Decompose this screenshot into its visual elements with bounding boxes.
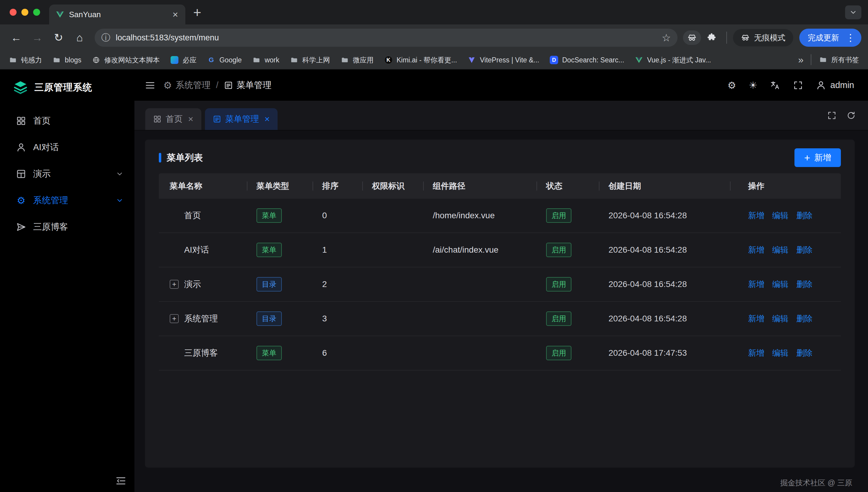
title-accent-bar	[159, 153, 161, 163]
zoom-window-button[interactable]	[33, 9, 40, 16]
all-bookmarks-button[interactable]: 所有书签	[819, 55, 859, 65]
row-add-link[interactable]: 新增	[748, 313, 764, 324]
row-edit-link[interactable]: 编辑	[772, 210, 788, 221]
sidebar-item-label: 演示	[33, 168, 51, 180]
tab-close-icon[interactable]: ×	[170, 9, 181, 20]
bookmark-star-icon[interactable]: ☆	[662, 32, 671, 44]
created-date: 2026-04-08 16:54:28	[599, 314, 731, 323]
reload-icon[interactable]: ↻	[49, 28, 68, 47]
bookmark-item[interactable]: 微应用	[340, 55, 374, 65]
tab-close-icon[interactable]: ×	[188, 114, 194, 124]
extensions-icon[interactable]	[703, 29, 720, 46]
browser-tabstrip: SanYuan × +	[0, 0, 868, 24]
bookmark-item[interactable]: G Google	[207, 55, 242, 65]
tab-home[interactable]: 首页 ×	[145, 108, 201, 130]
home-icon[interactable]: ⌂	[70, 28, 89, 47]
row-edit-link[interactable]: 编辑	[772, 279, 788, 290]
row-delete-link[interactable]: 删除	[796, 245, 813, 255]
incognito-mode-badge: 无痕模式	[733, 29, 793, 46]
sidebar-menu: 首页 AI对话 演示 ⚙ 系统管理 三原博客	[0, 105, 134, 240]
menu-type-badge: 菜单	[256, 243, 282, 257]
back-icon[interactable]: ←	[7, 28, 26, 47]
bookmark-item[interactable]: 钝感力	[8, 55, 42, 65]
fullscreen-icon[interactable]	[793, 80, 803, 91]
breadcrumb-item-menu[interactable]: 菜单管理	[224, 79, 272, 91]
menu-type-badge: 菜单	[256, 346, 282, 360]
update-chrome-button[interactable]: 完成更新 ⋮	[799, 29, 861, 47]
tab-search-button[interactable]	[845, 5, 861, 19]
menu-table: 菜单名称 菜单类型 排序 权限标识 组件路径 状态 创建日期 操作 首页 菜单 …	[159, 173, 841, 370]
sidebar-collapse-button[interactable]	[115, 475, 127, 487]
sidebar-item-ai-chat[interactable]: AI对话	[0, 134, 134, 161]
menu-type-badge: 目录	[256, 312, 282, 326]
row-delete-link[interactable]: 删除	[796, 279, 813, 290]
bookmark-item[interactable]: K Kimi.ai - 帮你看更...	[384, 55, 457, 65]
translate-icon[interactable]	[770, 80, 780, 91]
add-menu-button[interactable]: + 新增	[794, 148, 841, 167]
chrome-menu-icon[interactable]: ⋮	[843, 32, 858, 43]
sidebar: 三原管理系统 首页 AI对话 演示 ⚙ 系统管理	[0, 70, 134, 492]
row-edit-link[interactable]: 编辑	[772, 348, 788, 359]
created-date: 2026-04-08 16:54:28	[599, 245, 731, 255]
theme-sun-icon[interactable]: ☀	[749, 80, 758, 90]
bookmark-item[interactable]: VitePress | Vite &...	[467, 55, 539, 65]
content-fullscreen-icon[interactable]	[827, 110, 837, 120]
tab-label: 菜单管理	[225, 113, 259, 125]
docsearch-icon: D	[550, 55, 559, 65]
row-add-link[interactable]: 新增	[748, 348, 764, 359]
sidebar-item-demo[interactable]: 演示	[0, 161, 134, 187]
breadcrumb-label: 菜单管理	[237, 79, 272, 91]
row-add-link[interactable]: 新增	[748, 279, 764, 290]
row-delete-link[interactable]: 删除	[796, 313, 813, 324]
new-tab-button[interactable]: +	[193, 4, 201, 21]
row-edit-link[interactable]: 编辑	[772, 245, 788, 255]
bookmark-item[interactable]: work	[252, 55, 279, 65]
bookmark-item[interactable]: 必应	[170, 55, 197, 65]
sidebar-item-blog[interactable]: 三原博客	[0, 214, 134, 240]
site-info-icon[interactable]: ⓘ	[101, 32, 110, 44]
expand-row-icon[interactable]: +	[170, 280, 179, 289]
tab-menu-management[interactable]: 菜单管理 ×	[205, 108, 278, 130]
page-content: 菜单列表 + 新增 菜单名称 菜单类型 排序 权限标识 组件路径 状态 创建日期	[134, 130, 868, 492]
browser-tab[interactable]: SanYuan ×	[49, 4, 185, 24]
url-text[interactable]: localhost:5183/system/menu	[116, 33, 662, 43]
menu-sort: 2	[313, 279, 363, 289]
refresh-icon[interactable]	[846, 110, 856, 120]
row-delete-link[interactable]: 删除	[796, 210, 813, 221]
user-menu[interactable]: admin	[816, 80, 854, 91]
url-bar[interactable]: ⓘ localhost:5183/system/menu ☆	[95, 29, 678, 47]
bookmarks-overflow-icon[interactable]: »	[798, 54, 803, 66]
bookmark-item[interactable]: Vue.js - 渐进式 Jav...	[634, 55, 711, 65]
bookmark-label: 修改网站文本脚本	[104, 55, 160, 65]
page-tabs-bar: 首页 × 菜单管理 ×	[134, 101, 868, 130]
column-header: 权限标识	[363, 180, 424, 192]
app-logo[interactable]: 三原管理系统	[0, 70, 134, 105]
toolbar-divider	[726, 32, 727, 44]
forward-icon[interactable]: →	[28, 28, 47, 47]
menu-name: 首页	[184, 210, 201, 221]
sidebar-toggle-icon[interactable]	[145, 80, 155, 91]
bookmark-item[interactable]: D DocSearch: Searc...	[550, 55, 624, 65]
row-add-link[interactable]: 新增	[748, 210, 764, 221]
bookmark-item[interactable]: blogs	[52, 55, 81, 65]
menu-sort: 3	[313, 314, 363, 323]
incognito-avatar-icon[interactable]	[683, 30, 701, 45]
expand-row-icon[interactable]: +	[170, 314, 179, 323]
bookmark-item[interactable]: 修改网站文本脚本	[92, 55, 160, 65]
bookmark-label: 必应	[183, 55, 197, 65]
row-delete-link[interactable]: 删除	[796, 348, 813, 359]
table-row: 首页 菜单 0 /home/index.vue 启用 2026-04-08 16…	[159, 199, 841, 233]
kimi-icon: K	[384, 55, 393, 65]
breadcrumb-item-system[interactable]: ⚙ 系统管理	[163, 79, 211, 91]
created-date: 2026-04-08 16:54:28	[599, 211, 731, 220]
row-edit-link[interactable]: 编辑	[772, 313, 788, 324]
row-add-link[interactable]: 新增	[748, 245, 764, 255]
menu-sort: 1	[313, 245, 363, 255]
tab-close-icon[interactable]: ×	[264, 114, 270, 124]
sidebar-item-home[interactable]: 首页	[0, 107, 134, 134]
sidebar-item-system[interactable]: ⚙ 系统管理	[0, 187, 134, 214]
settings-gear-icon[interactable]: ⚙	[727, 80, 736, 90]
close-window-button[interactable]	[10, 9, 17, 16]
bookmark-item[interactable]: 科学上网	[290, 55, 330, 65]
minimize-window-button[interactable]	[21, 9, 28, 16]
